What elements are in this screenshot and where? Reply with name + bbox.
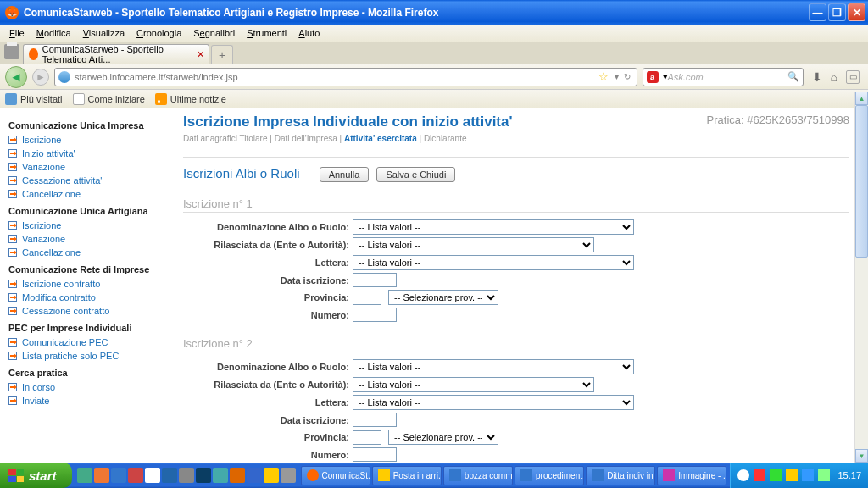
lettera-select[interactable]: -- Lista valori -- xyxy=(353,255,634,270)
provincia-code-input-2[interactable] xyxy=(353,430,381,445)
window-maximize-button[interactable]: ❐ xyxy=(828,3,846,21)
sidebar-item[interactable]: Variazione xyxy=(8,232,164,246)
tray-icon[interactable] xyxy=(786,469,798,481)
ql-icon[interactable] xyxy=(94,468,109,483)
sidebar-item[interactable]: Iscrizione contratto xyxy=(8,277,164,291)
firefox-icon: 🦊 xyxy=(5,6,19,19)
ql-icon[interactable] xyxy=(162,468,177,483)
denom-select[interactable]: -- Lista valori -- xyxy=(353,219,634,235)
sidebar-item[interactable]: Cancellazione xyxy=(8,246,164,259)
numero-input-2[interactable] xyxy=(353,447,397,462)
menu-strumenti[interactable]: Strumenti xyxy=(241,26,292,40)
tab-strip: ComunicaStarweb - Sportello Telematico A… xyxy=(0,42,868,64)
tray-icon[interactable] xyxy=(737,469,749,481)
print-icon[interactable] xyxy=(4,44,19,59)
menu-segnalibri[interactable]: Segnalibri xyxy=(187,26,241,40)
page-content: Comunicazione Unica Impresa Iscrizione I… xyxy=(0,108,868,485)
ql-icon[interactable] xyxy=(179,468,194,483)
task-button[interactable]: Immagine - ... xyxy=(657,466,726,485)
task-button[interactable]: procediment... xyxy=(515,466,584,485)
back-button[interactable]: ◄ xyxy=(5,66,27,88)
sidebar-item[interactable]: Cessazione contratto xyxy=(8,304,164,318)
menu-cronologia[interactable]: Cronologia xyxy=(131,26,187,40)
task-button[interactable]: ComunicaSt... xyxy=(301,466,370,485)
menu-visualizza[interactable]: Visualizza xyxy=(77,26,131,40)
download-icon[interactable]: ⬇ xyxy=(812,70,822,84)
sidebar-item[interactable]: Cessazione attivita' xyxy=(8,174,164,187)
ql-icon[interactable] xyxy=(77,468,92,483)
vertical-scrollbar[interactable]: ▲ ▼ xyxy=(854,92,868,463)
tray-icon[interactable] xyxy=(770,469,782,481)
crumb[interactable]: Dichiarante xyxy=(424,134,467,143)
ql-icon[interactable] xyxy=(264,468,279,483)
menu-modifica[interactable]: Modifica xyxy=(31,26,77,40)
breadcrumb: Dati anagrafici Titolare | Dati dell'Imp… xyxy=(183,134,849,143)
numero-input[interactable] xyxy=(353,308,397,322)
sidebar-item[interactable]: In corso xyxy=(8,380,164,394)
sidebar-item[interactable]: Iscrizione xyxy=(8,219,164,232)
provincia-code-input[interactable] xyxy=(353,291,381,305)
task-button[interactable]: bozza comm... xyxy=(443,466,513,485)
sidebar-item[interactable]: Lista pratiche solo PEC xyxy=(8,349,164,363)
search-box[interactable]: a ▾ Ask.com 🔍 xyxy=(643,68,804,86)
browser-tab[interactable]: ComunicaStarweb - Sportello Telematico A… xyxy=(23,44,209,64)
taskbar-clock[interactable]: 15.17 xyxy=(837,470,861,480)
bookmark-piu-visitati[interactable]: Più visitati xyxy=(5,93,63,105)
tray-icon[interactable] xyxy=(818,469,830,481)
task-button[interactable]: Posta in arri... xyxy=(372,466,442,485)
data-iscrizione-input-2[interactable] xyxy=(353,413,397,427)
tray-icon[interactable] xyxy=(754,469,765,481)
sidebar-item[interactable]: Iscrizione xyxy=(8,133,164,147)
denom-select-2[interactable]: -- Lista valori -- xyxy=(353,359,634,374)
sidebar-item[interactable]: Cancellazione xyxy=(8,187,164,201)
sidebar-item[interactable]: Inviate xyxy=(8,394,164,408)
rilasciata-select[interactable]: -- Lista valori -- xyxy=(353,237,594,252)
lettera-select-2[interactable]: -- Lista valori -- xyxy=(353,395,634,410)
ql-icon[interactable] xyxy=(128,468,143,483)
ql-icon[interactable] xyxy=(213,468,228,483)
label-lettera: Lettera: xyxy=(183,397,353,408)
task-button[interactable]: Ditta indiv in... xyxy=(586,466,655,485)
sidebar-item[interactable]: Variazione xyxy=(8,160,164,174)
tab-close-icon[interactable]: ✕ xyxy=(197,49,204,60)
bookmark-ultime-notizie[interactable]: Ultime notizie xyxy=(155,93,226,105)
rilasciata-select-2[interactable]: -- Lista valori -- xyxy=(353,377,594,392)
bookmark-come-iniziare[interactable]: Come iniziare xyxy=(73,93,145,105)
new-tab-button[interactable]: + xyxy=(211,45,233,64)
crumb[interactable]: Dati anagrafici Titolare xyxy=(183,134,268,143)
ql-icon[interactable] xyxy=(111,468,126,483)
sidebar-item[interactable]: Inizio attivita' xyxy=(8,147,164,160)
provincia-select-2[interactable]: -- Selezionare prov. -- xyxy=(388,430,498,445)
ql-icon[interactable] xyxy=(247,468,262,483)
ql-icon[interactable] xyxy=(145,468,160,483)
annulla-button[interactable]: Annulla xyxy=(320,167,370,182)
ql-icon[interactable] xyxy=(230,468,245,483)
start-button[interactable]: start xyxy=(0,463,72,488)
menu-aiuto[interactable]: Aiuto xyxy=(292,26,326,40)
salva-chiudi-button[interactable]: Salva e Chiudi xyxy=(376,167,455,182)
scroll-thumb[interactable] xyxy=(855,105,868,258)
data-iscrizione-input[interactable] xyxy=(353,273,397,287)
search-icon[interactable]: 🔍 xyxy=(787,71,799,82)
bookmark-star-icon[interactable]: ☆ xyxy=(598,70,609,83)
search-engine-icon[interactable]: a xyxy=(647,71,659,83)
scroll-down-button[interactable]: ▼ xyxy=(855,449,868,463)
ql-icon[interactable] xyxy=(281,468,296,483)
arrow-icon xyxy=(8,352,17,360)
scroll-up-button[interactable]: ▲ xyxy=(855,92,868,105)
url-dropdown-icon[interactable]: ▾ xyxy=(612,72,621,81)
sidebar-item[interactable]: Modifica contratto xyxy=(8,291,164,304)
task-icon xyxy=(520,469,532,481)
window-minimize-button[interactable]: — xyxy=(809,3,826,21)
menu-file[interactable]: File xyxy=(3,26,31,40)
provincia-select[interactable]: -- Selezionare prov. -- xyxy=(388,290,498,305)
url-bar[interactable]: starweb.infocamere.it/starweb/index.jsp … xyxy=(54,68,637,86)
ql-icon[interactable] xyxy=(196,468,211,483)
reload-icon[interactable]: ↻ xyxy=(621,72,633,81)
nav-menu-icon[interactable]: ▭ xyxy=(846,70,860,84)
window-close-button[interactable]: ✕ xyxy=(848,3,865,21)
sidebar-item[interactable]: Comunicazione PEC xyxy=(8,336,164,349)
crumb[interactable]: Dati dell'Impresa xyxy=(275,134,337,143)
tray-icon[interactable] xyxy=(802,469,814,481)
home-icon[interactable]: ⌂ xyxy=(831,70,837,84)
